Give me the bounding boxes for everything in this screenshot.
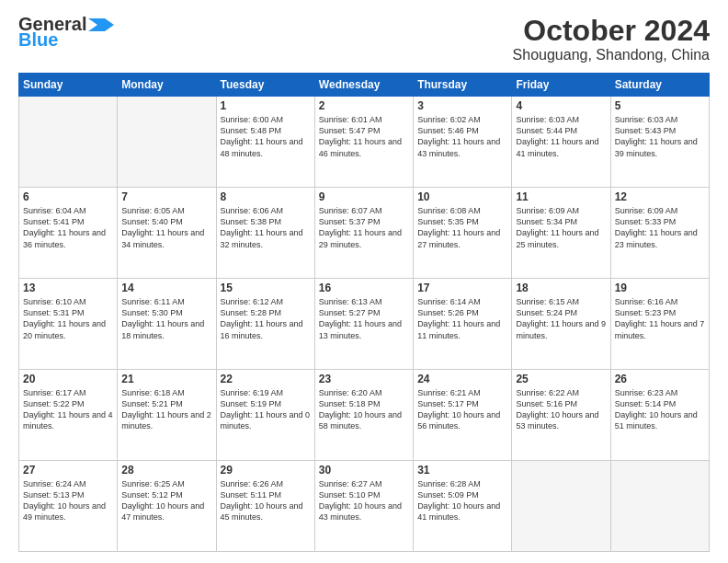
day-number: 24 xyxy=(417,373,507,385)
day-number: 6 xyxy=(23,190,113,203)
calendar-header-row: SundayMondayTuesdayWednesdayThursdayFrid… xyxy=(19,74,710,97)
logo-icon xyxy=(88,18,114,31)
calendar-day-header: Saturday xyxy=(610,74,709,97)
calendar-cell: 17Sunrise: 6:14 AMSunset: 5:26 PMDayligh… xyxy=(414,279,512,370)
day-number: 5 xyxy=(615,99,705,112)
day-number: 30 xyxy=(319,464,409,477)
calendar-week-row: 6Sunrise: 6:04 AMSunset: 5:41 PMDaylight… xyxy=(19,188,710,279)
cell-info: Sunrise: 6:08 AMSunset: 5:35 PMDaylight:… xyxy=(417,205,507,250)
cell-info: Sunrise: 6:19 AMSunset: 5:19 PMDaylight:… xyxy=(221,387,311,432)
cell-info: Sunrise: 6:23 AMSunset: 5:14 PMDaylight:… xyxy=(615,387,705,432)
calendar-cell: 18Sunrise: 6:15 AMSunset: 5:24 PMDayligh… xyxy=(512,279,610,370)
day-number: 1 xyxy=(221,99,311,112)
svg-marker-0 xyxy=(88,18,114,31)
calendar-cell: 19Sunrise: 6:16 AMSunset: 5:23 PMDayligh… xyxy=(610,279,709,370)
month-title: October 2024 xyxy=(513,15,710,47)
calendar-cell xyxy=(118,97,216,188)
calendar-cell: 26Sunrise: 6:23 AMSunset: 5:14 PMDayligh… xyxy=(610,370,709,461)
calendar-cell: 29Sunrise: 6:26 AMSunset: 5:11 PMDayligh… xyxy=(216,461,314,552)
cell-info: Sunrise: 6:21 AMSunset: 5:17 PMDaylight:… xyxy=(417,387,507,432)
day-number: 26 xyxy=(615,373,705,385)
calendar-day-header: Tuesday xyxy=(216,74,314,97)
day-number: 4 xyxy=(516,99,606,112)
day-number: 21 xyxy=(121,373,211,385)
calendar-week-row: 20Sunrise: 6:17 AMSunset: 5:22 PMDayligh… xyxy=(19,370,710,461)
day-number: 10 xyxy=(417,190,507,203)
cell-info: Sunrise: 6:03 AMSunset: 5:44 PMDaylight:… xyxy=(516,114,606,159)
calendar-cell: 2Sunrise: 6:01 AMSunset: 5:47 PMDaylight… xyxy=(314,97,413,188)
cell-info: Sunrise: 6:20 AMSunset: 5:18 PMDaylight:… xyxy=(319,387,409,432)
cell-info: Sunrise: 6:07 AMSunset: 5:37 PMDaylight:… xyxy=(319,205,409,250)
header: General Blue October 2024 Shouguang, Sha… xyxy=(18,15,710,63)
calendar-cell: 11Sunrise: 6:09 AMSunset: 5:34 PMDayligh… xyxy=(512,188,610,279)
calendar-cell: 14Sunrise: 6:11 AMSunset: 5:30 PMDayligh… xyxy=(118,279,216,370)
calendar-cell: 9Sunrise: 6:07 AMSunset: 5:37 PMDaylight… xyxy=(314,188,413,279)
cell-info: Sunrise: 6:15 AMSunset: 5:24 PMDaylight:… xyxy=(516,296,606,341)
day-number: 28 xyxy=(121,464,211,477)
calendar-table: SundayMondayTuesdayWednesdayThursdayFrid… xyxy=(18,73,710,552)
calendar-cell: 28Sunrise: 6:25 AMSunset: 5:12 PMDayligh… xyxy=(118,461,216,552)
day-number: 13 xyxy=(23,282,113,294)
day-number: 2 xyxy=(319,99,409,112)
day-number: 16 xyxy=(319,282,409,294)
cell-info: Sunrise: 6:25 AMSunset: 5:12 PMDaylight:… xyxy=(121,478,211,523)
calendar-cell: 6Sunrise: 6:04 AMSunset: 5:41 PMDaylight… xyxy=(19,188,118,279)
calendar-cell: 10Sunrise: 6:08 AMSunset: 5:35 PMDayligh… xyxy=(414,188,512,279)
cell-info: Sunrise: 6:13 AMSunset: 5:27 PMDaylight:… xyxy=(319,296,409,341)
day-number: 23 xyxy=(319,373,409,385)
calendar-cell: 1Sunrise: 6:00 AMSunset: 5:48 PMDaylight… xyxy=(216,97,314,188)
cell-info: Sunrise: 6:12 AMSunset: 5:28 PMDaylight:… xyxy=(221,296,311,341)
calendar-cell: 23Sunrise: 6:20 AMSunset: 5:18 PMDayligh… xyxy=(314,370,413,461)
calendar-cell: 27Sunrise: 6:24 AMSunset: 5:13 PMDayligh… xyxy=(19,461,118,552)
cell-info: Sunrise: 6:02 AMSunset: 5:46 PMDaylight:… xyxy=(417,114,507,159)
calendar-cell: 20Sunrise: 6:17 AMSunset: 5:22 PMDayligh… xyxy=(19,370,118,461)
calendar-cell xyxy=(512,461,610,552)
calendar-cell: 4Sunrise: 6:03 AMSunset: 5:44 PMDaylight… xyxy=(512,97,610,188)
calendar-cell xyxy=(610,461,709,552)
cell-info: Sunrise: 6:24 AMSunset: 5:13 PMDaylight:… xyxy=(23,478,113,523)
cell-info: Sunrise: 6:03 AMSunset: 5:43 PMDaylight:… xyxy=(615,114,705,159)
day-number: 12 xyxy=(615,190,705,203)
cell-info: Sunrise: 6:06 AMSunset: 5:38 PMDaylight:… xyxy=(221,205,311,250)
cell-info: Sunrise: 6:01 AMSunset: 5:47 PMDaylight:… xyxy=(319,114,409,159)
calendar-day-header: Wednesday xyxy=(314,74,413,97)
day-number: 8 xyxy=(221,190,311,203)
calendar-cell: 12Sunrise: 6:09 AMSunset: 5:33 PMDayligh… xyxy=(610,188,709,279)
day-number: 9 xyxy=(319,190,409,203)
cell-info: Sunrise: 6:10 AMSunset: 5:31 PMDaylight:… xyxy=(23,296,113,341)
day-number: 17 xyxy=(417,282,507,294)
calendar-cell: 30Sunrise: 6:27 AMSunset: 5:10 PMDayligh… xyxy=(314,461,413,552)
day-number: 27 xyxy=(23,464,113,477)
cell-info: Sunrise: 6:22 AMSunset: 5:16 PMDaylight:… xyxy=(516,387,606,432)
calendar-cell: 13Sunrise: 6:10 AMSunset: 5:31 PMDayligh… xyxy=(19,279,118,370)
calendar-cell: 3Sunrise: 6:02 AMSunset: 5:46 PMDaylight… xyxy=(414,97,512,188)
location: Shouguang, Shandong, China xyxy=(513,47,710,63)
calendar-cell: 21Sunrise: 6:18 AMSunset: 5:21 PMDayligh… xyxy=(118,370,216,461)
calendar-week-row: 13Sunrise: 6:10 AMSunset: 5:31 PMDayligh… xyxy=(19,279,710,370)
day-number: 14 xyxy=(121,282,211,294)
cell-info: Sunrise: 6:27 AMSunset: 5:10 PMDaylight:… xyxy=(319,478,409,523)
calendar-cell: 15Sunrise: 6:12 AMSunset: 5:28 PMDayligh… xyxy=(216,279,314,370)
day-number: 15 xyxy=(221,282,311,294)
logo-blue-text: Blue xyxy=(18,29,58,51)
calendar-cell: 5Sunrise: 6:03 AMSunset: 5:43 PMDaylight… xyxy=(610,97,709,188)
cell-info: Sunrise: 6:09 AMSunset: 5:34 PMDaylight:… xyxy=(516,205,606,250)
cell-info: Sunrise: 6:04 AMSunset: 5:41 PMDaylight:… xyxy=(23,205,113,250)
calendar-cell: 31Sunrise: 6:28 AMSunset: 5:09 PMDayligh… xyxy=(414,461,512,552)
calendar-day-header: Friday xyxy=(512,74,610,97)
calendar-cell: 22Sunrise: 6:19 AMSunset: 5:19 PMDayligh… xyxy=(216,370,314,461)
cell-info: Sunrise: 6:17 AMSunset: 5:22 PMDaylight:… xyxy=(23,387,113,432)
calendar-day-header: Monday xyxy=(118,74,216,97)
calendar-week-row: 27Sunrise: 6:24 AMSunset: 5:13 PMDayligh… xyxy=(19,461,710,552)
calendar-day-header: Sunday xyxy=(19,74,118,97)
calendar-cell: 16Sunrise: 6:13 AMSunset: 5:27 PMDayligh… xyxy=(314,279,413,370)
cell-info: Sunrise: 6:14 AMSunset: 5:26 PMDaylight:… xyxy=(417,296,507,341)
day-number: 11 xyxy=(516,190,606,203)
calendar-day-header: Thursday xyxy=(414,74,512,97)
day-number: 18 xyxy=(516,282,606,294)
cell-info: Sunrise: 6:28 AMSunset: 5:09 PMDaylight:… xyxy=(417,478,507,523)
day-number: 20 xyxy=(23,373,113,385)
cell-info: Sunrise: 6:09 AMSunset: 5:33 PMDaylight:… xyxy=(615,205,705,250)
cell-info: Sunrise: 6:00 AMSunset: 5:48 PMDaylight:… xyxy=(221,114,311,159)
cell-info: Sunrise: 6:26 AMSunset: 5:11 PMDaylight:… xyxy=(221,478,311,523)
